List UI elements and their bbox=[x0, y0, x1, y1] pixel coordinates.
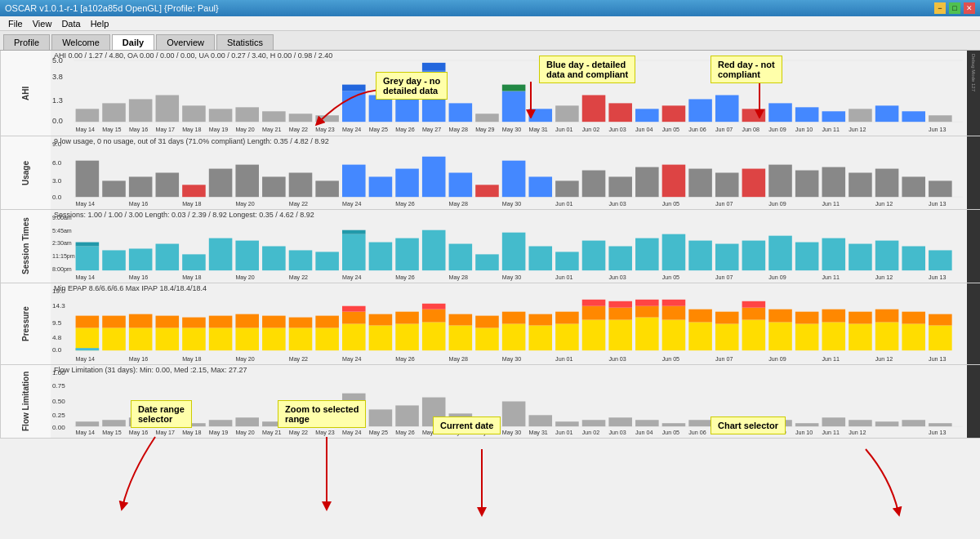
ahi-chart-area[interactable]: AHI 0.00 / 1.27 / 4.80, OA 0.00 / 0.00 /… bbox=[51, 51, 967, 136]
tab-statistics[interactable]: Statistics bbox=[216, 34, 274, 50]
svg-rect-246 bbox=[715, 312, 739, 324]
maximize-button[interactable]: □ bbox=[949, 2, 960, 14]
svg-text:May 14: May 14 bbox=[76, 274, 95, 281]
svg-rect-261 bbox=[902, 312, 925, 324]
svg-rect-250 bbox=[768, 323, 792, 351]
svg-rect-239 bbox=[635, 300, 659, 306]
svg-rect-11 bbox=[209, 109, 233, 122]
svg-rect-142 bbox=[289, 250, 313, 270]
svg-text:Jun 10: Jun 10 bbox=[795, 430, 813, 435]
svg-text:Jun 13: Jun 13 bbox=[929, 201, 946, 207]
svg-text:Jun 03: Jun 03 bbox=[608, 201, 626, 207]
svg-rect-302 bbox=[475, 420, 499, 426]
session-times-svg: 9:00am 5:45am 2:30am 11:15pm 8:00pm bbox=[51, 210, 967, 283]
svg-rect-108 bbox=[875, 169, 899, 198]
svg-rect-211 bbox=[342, 324, 366, 351]
svg-rect-30 bbox=[635, 109, 659, 122]
svg-text:May 22: May 22 bbox=[289, 274, 308, 281]
svg-text:Jun 11: Jun 11 bbox=[822, 127, 840, 132]
pressure-label: Pressure bbox=[0, 283, 51, 364]
svg-rect-145 bbox=[342, 230, 366, 234]
svg-rect-28 bbox=[582, 95, 606, 122]
svg-rect-158 bbox=[688, 241, 712, 271]
svg-rect-85 bbox=[262, 176, 286, 197]
svg-rect-217 bbox=[395, 312, 419, 324]
svg-rect-151 bbox=[502, 233, 526, 270]
pressure-chart-area[interactable]: Min EPAP 8.6/6.6/6.6 Max IPAP 18.4/18.4/… bbox=[51, 283, 967, 364]
svg-rect-165 bbox=[875, 241, 899, 271]
svg-text:May 17: May 17 bbox=[156, 430, 175, 436]
svg-rect-208 bbox=[289, 318, 313, 328]
svg-rect-227 bbox=[528, 325, 552, 350]
svg-rect-20 bbox=[422, 71, 446, 122]
close-button[interactable]: ✕ bbox=[964, 2, 975, 14]
svg-rect-27 bbox=[555, 105, 579, 122]
svg-rect-206 bbox=[262, 316, 286, 328]
svg-rect-155 bbox=[608, 247, 632, 271]
svg-text:Jun 11: Jun 11 bbox=[822, 274, 840, 280]
tab-welcome[interactable]: Welcome bbox=[51, 34, 110, 50]
svg-rect-248 bbox=[742, 308, 766, 320]
svg-text:May 21: May 21 bbox=[262, 127, 281, 133]
minimize-button[interactable]: − bbox=[934, 2, 946, 14]
svg-rect-79 bbox=[102, 180, 126, 197]
svg-text:8:00pm: 8:00pm bbox=[52, 266, 72, 273]
title-bar: OSCAR v1.0.1-r-1 [a102a85d OpenGL] {Prof… bbox=[0, 0, 980, 16]
svg-rect-289 bbox=[129, 417, 153, 426]
svg-text:Jun 12: Jun 12 bbox=[875, 274, 893, 280]
svg-text:Jun 07: Jun 07 bbox=[715, 201, 733, 207]
svg-rect-14 bbox=[289, 114, 313, 122]
svg-rect-260 bbox=[902, 324, 925, 351]
tab-profile[interactable]: Profile bbox=[3, 34, 50, 50]
svg-text:3.0: 3.0 bbox=[52, 177, 62, 185]
svg-rect-100 bbox=[662, 165, 686, 198]
svg-rect-22 bbox=[449, 103, 473, 122]
svg-text:May 23: May 23 bbox=[315, 127, 334, 133]
svg-text:Jun 09: Jun 09 bbox=[768, 127, 786, 132]
menu-help[interactable]: Help bbox=[86, 18, 114, 29]
svg-rect-80 bbox=[129, 176, 153, 197]
usage-chart-area[interactable]: 9 low usage, 0 no usage, out of 31 days … bbox=[51, 136, 967, 209]
svg-text:Jun 08: Jun 08 bbox=[742, 127, 760, 132]
svg-rect-318 bbox=[902, 420, 925, 426]
svg-rect-83 bbox=[209, 169, 233, 198]
svg-text:Jun 12: Jun 12 bbox=[849, 430, 866, 435]
svg-rect-249 bbox=[742, 301, 766, 308]
svg-text:May 31: May 31 bbox=[528, 430, 547, 436]
svg-rect-310 bbox=[688, 420, 712, 426]
svg-text:May 23: May 23 bbox=[315, 430, 334, 436]
svg-text:May 16: May 16 bbox=[129, 127, 148, 133]
svg-text:May 29: May 29 bbox=[475, 430, 494, 436]
debug-sidebar-3 bbox=[967, 210, 980, 283]
svg-rect-313 bbox=[768, 420, 792, 426]
svg-rect-12 bbox=[235, 107, 259, 122]
tab-daily[interactable]: Daily bbox=[112, 34, 154, 50]
flow-limitation-label: Flow Limitation bbox=[0, 365, 51, 438]
flow-limitation-chart-row: Flow Limitation Flow Limitation (31 days… bbox=[0, 365, 980, 439]
svg-rect-134 bbox=[76, 243, 100, 247]
svg-rect-140 bbox=[235, 241, 259, 271]
svg-text:Jun 01: Jun 01 bbox=[555, 430, 572, 435]
svg-rect-290 bbox=[156, 420, 180, 426]
svg-text:Jun 03: Jun 03 bbox=[608, 274, 626, 280]
svg-rect-32 bbox=[688, 99, 712, 122]
svg-rect-159 bbox=[715, 244, 739, 271]
pressure-svg: 19.0 14.3 9.5 4.8 0.0 bbox=[51, 283, 967, 364]
svg-rect-152 bbox=[528, 247, 552, 271]
menu-data[interactable]: Data bbox=[56, 18, 85, 29]
session-times-chart-area[interactable]: Sessions: 1.00 / 1.00 / 3.00 Length: 0.0… bbox=[51, 210, 967, 283]
menu-view[interactable]: View bbox=[28, 18, 57, 29]
svg-rect-237 bbox=[635, 318, 659, 351]
svg-rect-238 bbox=[635, 306, 659, 318]
flow-limitation-info: Flow Limitation (31 days): Min: 0.00, Me… bbox=[54, 366, 247, 374]
svg-rect-84 bbox=[235, 165, 259, 198]
svg-rect-304 bbox=[528, 415, 552, 426]
svg-rect-311 bbox=[715, 417, 739, 426]
svg-text:May 24: May 24 bbox=[342, 274, 361, 281]
menu-file[interactable]: File bbox=[3, 18, 28, 29]
svg-text:Jun 07: Jun 07 bbox=[715, 274, 733, 280]
svg-text:May 29: May 29 bbox=[475, 127, 494, 133]
flow-limitation-chart-area[interactable]: Flow Limitation (31 days): Min: 0.00, Me… bbox=[51, 365, 967, 438]
svg-text:May 30: May 30 bbox=[502, 274, 521, 281]
tab-overview[interactable]: Overview bbox=[156, 34, 215, 50]
